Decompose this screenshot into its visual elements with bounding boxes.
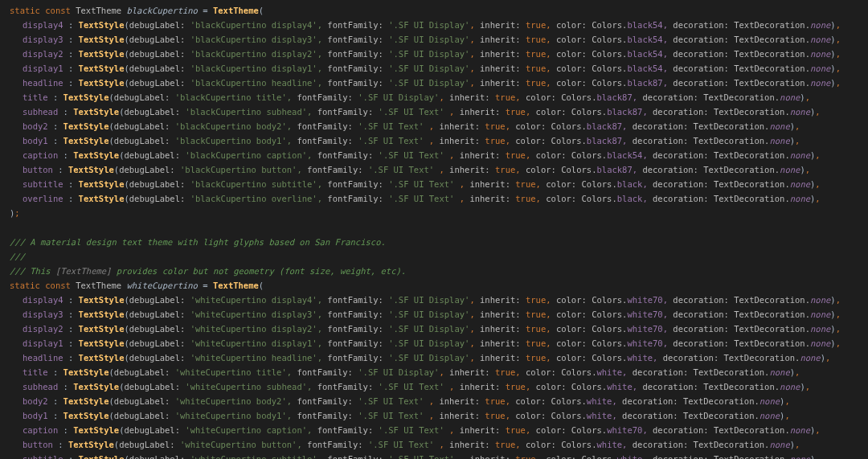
named-param: inherit: (460, 107, 506, 117)
bool-literal: true (495, 440, 515, 449)
string-literal: 'blackCupertino display1', (190, 64, 322, 73)
string-literal: 'blackCupertino body1', (175, 136, 297, 145)
named-param: color: (556, 64, 592, 73)
named-param: debugLabel: (129, 20, 190, 30)
color-value: black87, (596, 165, 637, 174)
named-param: decoration: (673, 324, 734, 334)
named-param: fontFamily: (327, 194, 388, 203)
named-param: inherit: (480, 78, 526, 88)
code-line: subhead : TextStyle(debugLabel: 'blackCu… (10, 105, 868, 119)
bool-literal: true (526, 353, 546, 363)
prop-name: display3 (23, 309, 68, 319)
named-param: fontFamily: (317, 107, 379, 117)
named-param: fontFamily: (327, 49, 388, 59)
code-line: button : TextStyle(debugLabel: 'blackCup… (10, 162, 868, 177)
named-param: debugLabel: (129, 353, 190, 363)
type-ref: TextStyle (79, 309, 125, 319)
string-literal: '.SF UI Display' (388, 20, 469, 30)
named-param: inherit: (480, 49, 526, 59)
keyword-static: static (10, 6, 40, 15)
string-literal: '.SF UI Display' (388, 35, 469, 44)
class-ref: Colors. (592, 324, 627, 334)
code-line: subtitle : TextStyle(debugLabel: 'whiteC… (10, 452, 868, 459)
named-param: color: (556, 353, 592, 363)
string-literal: '.SF UI Display' (388, 295, 469, 305)
named-param: decoration: (653, 194, 714, 203)
class-ref: Colors. (592, 20, 627, 30)
named-param: inherit: (449, 367, 495, 377)
named-param: decoration: (653, 425, 714, 435)
code-line: title : TextStyle(debugLabel: 'blackCupe… (10, 90, 868, 105)
type-ref: TextStyle (79, 295, 125, 305)
prop-name: display3 (23, 35, 68, 44)
type-ref: TextStyle (63, 396, 109, 406)
color-value: white70, (627, 309, 668, 319)
class-ref: TextDecoration. (683, 411, 760, 420)
named-param: color: (546, 179, 581, 189)
color-value: black54, (607, 150, 648, 160)
none-literal: none (760, 396, 780, 406)
prop-name: headline (23, 353, 68, 363)
named-param: decoration: (642, 165, 703, 174)
none-literal: none (810, 338, 830, 348)
color-value: white, (596, 440, 632, 449)
named-param: color: (515, 396, 551, 406)
named-param: inherit: (449, 165, 495, 174)
type-ref: TextStyle (63, 136, 109, 145)
class-ref: Colors. (561, 165, 596, 174)
none-literal: none (760, 411, 780, 420)
string-literal: 'whiteCupertino headline', (190, 353, 322, 363)
type-ref: TextStyle (79, 20, 125, 30)
code-editor-viewport[interactable]: static const TextTheme blackCupertino = … (10, 3, 868, 459)
prop-name: display4 (23, 20, 68, 30)
named-param: color: (556, 295, 592, 305)
class-ref: Colors. (592, 78, 627, 88)
named-param: fontFamily: (297, 367, 358, 377)
bool-literal: true (526, 35, 546, 44)
named-param: fontFamily: (307, 440, 368, 449)
string-literal: '.SF UI Text' (379, 382, 450, 391)
class-ref: Colors. (571, 150, 607, 160)
named-param: color: (556, 49, 592, 59)
keyword-const: const (45, 281, 71, 290)
named-param: fontFamily: (297, 136, 358, 145)
type-ref: TextTheme (76, 281, 121, 290)
class-ref: TextDecoration. (714, 150, 790, 160)
class-ref: TextDecoration. (724, 353, 800, 363)
class-ref: Colors. (582, 179, 617, 189)
named-param: decoration: (673, 338, 734, 348)
named-param: debugLabel: (124, 107, 185, 117)
named-param: fontFamily: (327, 353, 388, 363)
none-literal: none (790, 425, 810, 435)
named-param: inherit: (460, 425, 506, 435)
named-param: fontFamily: (327, 35, 388, 44)
named-param: debugLabel: (124, 150, 185, 160)
type-ref: TextTheme (213, 281, 259, 290)
class-ref: Colors. (592, 338, 627, 348)
class-ref: Colors. (551, 136, 587, 145)
none-literal: none (790, 179, 810, 189)
prop-name: caption (23, 425, 63, 435)
named-param: inherit: (449, 440, 495, 449)
code-line: headline : TextStyle(debugLabel: 'whiteC… (10, 350, 868, 365)
class-ref: TextDecoration. (694, 367, 770, 377)
named-param: fontFamily: (327, 454, 388, 459)
class-ref: Colors. (571, 382, 607, 391)
class-ref: TextDecoration. (714, 425, 790, 435)
bool-literal: true (506, 107, 526, 117)
string-literal: 'whiteCupertino display4', (190, 295, 322, 305)
prop-name: body2 (23, 396, 53, 406)
named-param: color: (515, 121, 551, 131)
code-line: button : TextStyle(debugLabel: 'whiteCup… (10, 437, 868, 452)
bool-literal: true (495, 367, 515, 377)
named-param: color: (556, 78, 592, 88)
class-ref: TextDecoration. (714, 454, 790, 459)
class-ref: TextDecoration. (703, 165, 780, 174)
named-param: decoration: (622, 411, 683, 420)
string-literal: '.SF UI Display' (388, 49, 469, 59)
none-literal: none (790, 454, 810, 459)
named-param: fontFamily: (327, 78, 388, 88)
bool-literal: true (526, 64, 546, 73)
color-value: black54, (627, 64, 668, 73)
named-param: decoration: (673, 64, 734, 73)
